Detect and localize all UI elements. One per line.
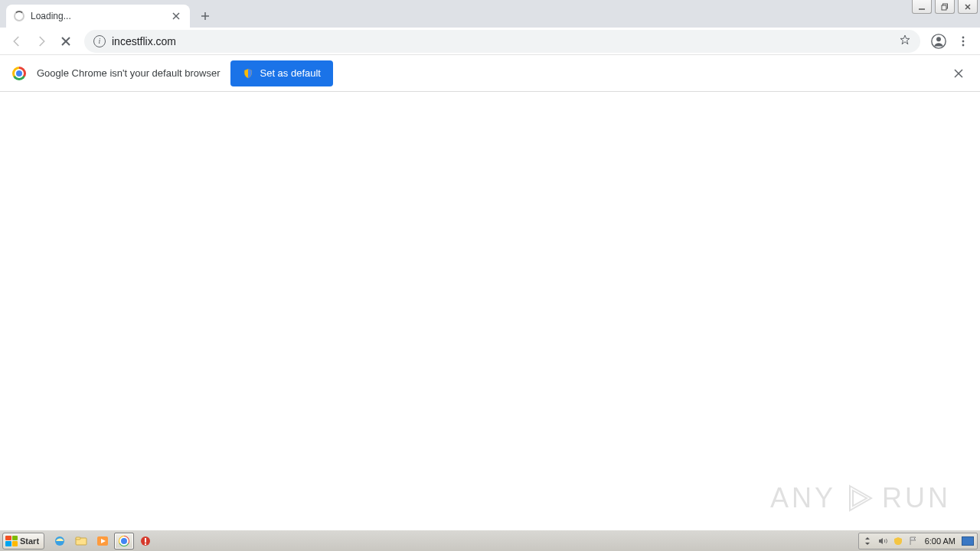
forward-button[interactable]: [31, 31, 52, 52]
browser-toolbar: i incestflix.com: [0, 28, 980, 55]
infobar-message: Google Chrome isn't your default browser: [37, 67, 220, 79]
watermark-text-right: RUN: [882, 482, 951, 514]
window-minimize-button[interactable]: [912, 0, 932, 14]
bookmark-star-icon[interactable]: [899, 34, 911, 49]
default-browser-infobar: Google Chrome isn't your default browser…: [0, 55, 980, 92]
tab-title: Loading...: [31, 11, 164, 21]
window-maximize-button[interactable]: [935, 0, 955, 14]
tab-close-button[interactable]: [170, 10, 182, 22]
tray-clock[interactable]: 6:00 AM: [923, 536, 957, 546]
taskbar-explorer-icon[interactable]: [71, 533, 91, 549]
anyrun-watermark: ANY RUN: [770, 482, 951, 514]
stop-button[interactable]: [55, 31, 77, 52]
browser-tab[interactable]: Loading...: [6, 5, 190, 28]
menu-button[interactable]: [952, 31, 974, 52]
infobar-close-button[interactable]: [949, 64, 968, 83]
taskbar-app-icon[interactable]: [136, 533, 155, 549]
tab-strip: Loading...: [0, 0, 980, 28]
page-content: [0, 92, 980, 530]
svg-marker-19: [853, 491, 867, 506]
watermark-text-left: ANY: [770, 482, 836, 514]
svg-rect-22: [76, 537, 80, 540]
show-desktop-button[interactable]: [962, 536, 974, 546]
start-button[interactable]: Start: [2, 533, 44, 549]
taskbar-ie-icon[interactable]: [50, 533, 70, 549]
tray-volume-icon[interactable]: [877, 536, 888, 546]
set-as-default-button[interactable]: Set as default: [230, 60, 333, 86]
svg-rect-26: [145, 538, 146, 543]
loading-spinner-icon: [14, 11, 24, 21]
svg-point-14: [962, 40, 965, 42]
set-default-label: Set as default: [260, 67, 321, 79]
svg-point-15: [962, 44, 965, 46]
tray-expand-icon[interactable]: [862, 536, 873, 546]
quick-launch: [50, 533, 155, 549]
windows-taskbar: Start 6:00 AM: [0, 530, 980, 551]
new-tab-button[interactable]: [194, 5, 216, 27]
shield-icon: [243, 68, 253, 79]
windows-logo-icon: [5, 536, 18, 546]
svg-point-13: [962, 36, 965, 38]
svg-rect-2: [942, 5, 946, 10]
tray-security-icon[interactable]: [893, 536, 903, 546]
start-label: Start: [20, 536, 39, 546]
taskbar-chrome-icon[interactable]: [114, 533, 134, 549]
play-outline-icon: [844, 483, 874, 514]
system-tray: 6:00 AM: [858, 533, 978, 549]
url-text: incestflix.com: [112, 35, 893, 47]
address-bar[interactable]: i incestflix.com: [84, 30, 920, 53]
taskbar-media-icon[interactable]: [93, 533, 113, 549]
back-button[interactable]: [6, 31, 28, 52]
window-close-button[interactable]: [958, 0, 978, 14]
tray-flag-icon[interactable]: [908, 536, 919, 546]
site-info-icon[interactable]: i: [93, 35, 106, 47]
profile-button[interactable]: [928, 31, 949, 52]
chrome-logo-icon: [12, 67, 26, 80]
svg-point-12: [936, 37, 941, 41]
svg-rect-27: [145, 543, 146, 545]
